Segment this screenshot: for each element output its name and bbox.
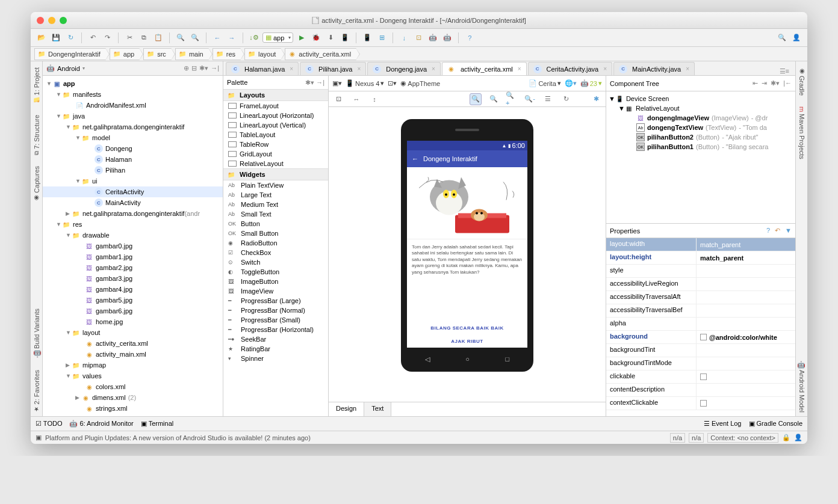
lock-icon[interactable]: 🔒 xyxy=(782,434,790,441)
debug-icon[interactable]: 🐞 xyxy=(310,32,322,44)
tab-maven[interactable]: m Maven Projects xyxy=(797,103,807,163)
gear-icon[interactable]: ✱▾ xyxy=(199,64,208,72)
palette-item[interactable]: ━●SeekBar xyxy=(223,334,328,344)
property-row[interactable]: accessibilityTraversalBef xyxy=(606,304,795,318)
tab-eventlog[interactable]: ☰ Event Log xyxy=(704,420,742,428)
property-row[interactable]: layout:widthmatch_parent xyxy=(606,238,795,251)
activity-select[interactable]: 📄Cerita▾ xyxy=(529,79,560,87)
palette-item[interactable]: ━ProgressBar (Normal) xyxy=(223,306,328,315)
back-icon[interactable]: ← xyxy=(211,32,223,44)
palette-item[interactable]: AbPlain TextView xyxy=(223,180,328,190)
details-icon[interactable]: ☰ xyxy=(542,93,554,105)
palette-item[interactable]: AbMedium Text xyxy=(223,200,328,209)
tab-structure[interactable]: ⧉ 7: Structure xyxy=(32,111,42,159)
crumb-app[interactable]: 📁app xyxy=(110,48,140,60)
toggle-icon[interactable]: ▣ xyxy=(36,434,42,441)
tab-gradle-console[interactable]: ▣ Gradle Console xyxy=(749,420,803,428)
zoom-fit-icon[interactable]: 🔍 xyxy=(470,93,482,105)
cut-icon[interactable]: ✂ xyxy=(123,32,135,44)
expand-icon[interactable]: ⇤ xyxy=(753,79,758,87)
hide-icon[interactable]: |← xyxy=(783,79,792,87)
zoom-in-icon[interactable]: 🔍+ xyxy=(506,93,518,105)
palette-item[interactable]: 🖼ImageButton xyxy=(223,277,328,286)
palette-item[interactable]: TableLayout xyxy=(223,130,328,140)
tab-todo[interactable]: ☑ TODO xyxy=(36,420,62,428)
palette-item[interactable]: AbSmall Text xyxy=(223,209,328,219)
property-row[interactable]: accessibilityTraversalAft xyxy=(606,291,795,304)
palette-item[interactable]: TableRow xyxy=(223,140,328,149)
expand-v-icon[interactable]: ↕ xyxy=(368,93,380,105)
palette-item[interactable]: ━ProgressBar (Large) xyxy=(223,296,328,306)
close-icon[interactable]: × xyxy=(518,66,521,72)
property-row[interactable]: accessibilityLiveRegion xyxy=(606,278,795,291)
palette-item[interactable]: OKButton xyxy=(223,219,328,229)
crumb-layout[interactable]: 📁layout xyxy=(244,48,281,60)
help-icon[interactable]: ? xyxy=(464,32,476,44)
locale-icon[interactable]: 🌐▾ xyxy=(565,79,577,87)
android-icon-2[interactable]: 🤖 xyxy=(441,32,453,44)
scroll-from-source-icon[interactable]: ⊕ xyxy=(184,64,189,72)
gear-icon[interactable]: ✱ xyxy=(590,93,602,105)
close-icon[interactable]: × xyxy=(432,66,435,72)
close-button[interactable] xyxy=(37,17,44,24)
tab-terminal[interactable]: ▣ Terminal xyxy=(141,420,173,428)
device-select[interactable]: 📱Nexus 4▾ xyxy=(346,79,384,87)
crumb-file[interactable]: ◉activity_cerita.xml xyxy=(285,48,356,60)
palette-item[interactable]: ◉RadioButton xyxy=(223,238,328,248)
find-icon[interactable]: 🔍 xyxy=(175,32,187,44)
sync-icon[interactable]: ↻ xyxy=(64,32,76,44)
viewport-icon[interactable]: ⊡ xyxy=(332,93,344,105)
api-select[interactable]: 🤖23▾ xyxy=(580,79,602,87)
palette-item[interactable]: RelativeLayout xyxy=(223,159,328,168)
zoom-reset-icon[interactable]: 🔍 xyxy=(488,93,500,105)
palette-item[interactable]: ⊙Switch xyxy=(223,257,328,267)
close-icon[interactable]: × xyxy=(290,66,293,72)
tab-android-model[interactable]: 🤖 Android Model xyxy=(796,357,807,416)
tab-project[interactable]: 📁 1: Project xyxy=(32,64,42,108)
crumb-src[interactable]: 📁src xyxy=(143,48,172,60)
close-icon[interactable]: × xyxy=(603,66,607,72)
tab-activity-cerita[interactable]: ◉activity_cerita.xml× xyxy=(442,62,527,75)
run-config-select[interactable]: ▦app xyxy=(262,32,293,43)
search-icon[interactable]: 🔍 xyxy=(776,32,788,44)
palette-item[interactable]: ▾Spinner xyxy=(223,354,328,363)
crumb-project[interactable]: 📁DongengInteraktif xyxy=(34,48,106,60)
open-icon[interactable]: 📂 xyxy=(36,32,48,44)
config-icon[interactable]: ⊡▾ xyxy=(388,79,397,87)
crumb-main[interactable]: 📁main xyxy=(175,48,209,60)
properties-table[interactable]: layout:widthmatch_parentlayout:heightmat… xyxy=(606,238,795,416)
status-context[interactable]: Context: <no context> xyxy=(707,433,778,443)
palette-item[interactable]: AbLarge Text xyxy=(223,190,328,200)
tab-halaman[interactable]: CHalaman.java× xyxy=(226,62,299,75)
palette-item[interactable]: ☑CheckBox xyxy=(223,248,328,257)
editor-menu-icon[interactable]: ☰≡ xyxy=(780,67,789,75)
tab-ceritaactivity[interactable]: CCeritaActivity.java× xyxy=(528,62,612,75)
forward-icon[interactable]: → xyxy=(226,32,238,44)
palette-item[interactable]: ◐ToggleButton xyxy=(223,267,328,277)
palette-item[interactable]: ━ProgressBar (Horizontal) xyxy=(223,325,328,334)
hide-icon[interactable]: →| xyxy=(211,64,219,72)
hector-icon[interactable]: 👤 xyxy=(794,434,802,441)
tab-gradle[interactable]: ◉ Gradle xyxy=(797,64,807,99)
project-view-mode[interactable]: Android xyxy=(57,65,80,72)
attach-icon[interactable]: ⬇ xyxy=(324,32,337,44)
property-row[interactable]: style xyxy=(606,265,795,278)
palette-item[interactable]: ━ProgressBar (Small) xyxy=(223,315,328,325)
paste-icon[interactable]: 📋 xyxy=(152,32,164,44)
palette-item[interactable]: FrameLayout xyxy=(223,101,328,111)
property-row[interactable]: backgroundTint xyxy=(606,344,795,357)
design-canvas[interactable]: ▲ ▮ 6:00 ←Dongeng Interaktif xyxy=(329,107,606,402)
reset-icon[interactable]: ↶ xyxy=(775,227,780,235)
tool-icon[interactable]: ⊡ xyxy=(412,32,424,44)
text-tab[interactable]: Text xyxy=(364,402,391,416)
gear-icon[interactable]: ✱▾ →| xyxy=(305,79,324,87)
collapse-icon[interactable]: ⊟ xyxy=(191,64,197,72)
make-icon[interactable]: ↓⚙ xyxy=(248,32,260,44)
sdk-icon[interactable]: ⊞ xyxy=(376,32,388,44)
project-tree[interactable]: ▼▣app ▼📁manifests 📄AndroidManifest.xml ▼… xyxy=(43,76,223,416)
collapse-icon[interactable]: ⇥ xyxy=(762,79,767,87)
help-icon[interactable]: ? xyxy=(766,227,770,235)
property-row[interactable]: backgroundTintMode xyxy=(606,357,795,370)
save-icon[interactable]: 💾 xyxy=(50,32,62,44)
palette-item[interactable]: ★RatingBar xyxy=(223,344,328,354)
